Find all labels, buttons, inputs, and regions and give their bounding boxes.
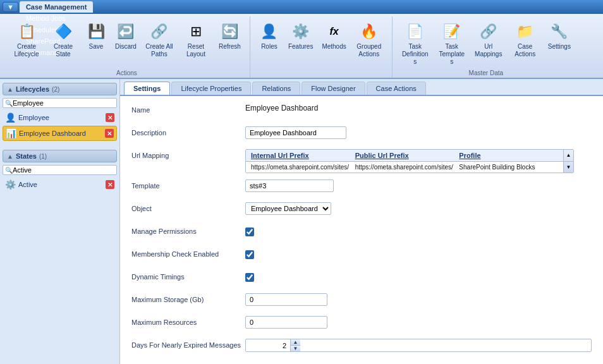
url-mappings-icon: 🔗 xyxy=(478,21,499,42)
task-templates-button[interactable]: 📝 Task Templates xyxy=(434,19,470,68)
roles-label: Roles xyxy=(261,43,277,51)
discard-button[interactable]: ↩️ Discard xyxy=(111,19,140,53)
methods-button[interactable]: fx Methods xyxy=(318,19,350,53)
case-actions-icon: 📁 xyxy=(515,21,535,42)
save-icon: 💾 xyxy=(86,21,106,42)
form-area: Name Employee Dashboard Description Url … xyxy=(120,96,603,364)
ribbon-group-master-data: 📄 Task Definitions 📝 Task Templates 🔗 Ur… xyxy=(393,16,580,78)
reset-layout-button[interactable]: ⊞ Reset Layout xyxy=(178,19,214,61)
case-actions-button[interactable]: 📁 Case Actions xyxy=(508,19,543,61)
create-lifecycle-button[interactable]: 📋 Create Lifecycle xyxy=(9,19,44,61)
refresh-button[interactable]: 🔄 Refresh xyxy=(215,19,245,53)
manage-permissions-row: Manage Permissions xyxy=(131,225,592,241)
lifecycle-item-employee[interactable]: 👤 Employee ✕ xyxy=(3,111,117,124)
url-table-row[interactable]: https://ometa.sharepoint.com/sites/ http… xyxy=(246,162,563,173)
reset-layout-label: Reset Layout xyxy=(182,43,210,58)
days-expired-value: ▲ ▼ xyxy=(245,339,592,352)
task-definitions-button[interactable]: 📄 Task Definitions xyxy=(398,19,433,68)
url-mapping-label: Url Mapping xyxy=(131,149,245,159)
manage-permissions-value xyxy=(245,225,592,238)
grouped-actions-button[interactable]: 🔥 Grouped Actions xyxy=(351,19,387,61)
url-col2-value: https://ometa.sharepoint.com/sites/ xyxy=(353,164,457,171)
active-delete-button[interactable]: ✕ xyxy=(106,180,114,189)
tab-case-actions[interactable]: Case Actions xyxy=(367,82,426,95)
case-actions-label: Case Actions xyxy=(511,43,539,58)
discard-label: Discard xyxy=(115,43,137,51)
tab-bar: Settings Lifecycle Properties Relations … xyxy=(120,79,603,96)
dynamic-timings-value xyxy=(245,270,592,284)
max-resources-value xyxy=(245,316,592,329)
template-row: Template xyxy=(131,179,592,196)
task-templates-icon: 📝 xyxy=(442,21,462,42)
description-value xyxy=(245,126,592,139)
template-value xyxy=(245,179,592,192)
name-row: Name Employee Dashboard xyxy=(131,104,592,120)
employee-delete-button[interactable]: ✕ xyxy=(106,113,114,122)
features-button[interactable]: ⚙️ Features xyxy=(284,19,317,53)
states-section-title: States xyxy=(16,152,37,160)
lifecycles-section-header[interactable]: ▲ Lifecycles (2) xyxy=(3,83,117,95)
state-item-active[interactable]: ⚙️ Active ✕ xyxy=(3,178,117,191)
object-label: Object xyxy=(131,202,245,212)
url-mappings-button[interactable]: 🔗 Url Mappings xyxy=(471,19,506,61)
ribbon-group-actions: 📋 Create Lifecycle 🔷 Create State 💾 Save… xyxy=(4,16,250,78)
tab-lifecycle-properties[interactable]: Lifecycle Properties xyxy=(171,82,251,95)
ribbon-master-buttons: 📄 Task Definitions 📝 Task Templates 🔗 Ur… xyxy=(398,19,575,68)
roles-button[interactable]: 👤 Roles xyxy=(255,19,283,53)
menu-bar: ▼ BAMObjectsProfilesSynchronisationsCase… xyxy=(0,0,603,14)
url-mapping-row: Url Mapping Internal Url Prefix Public U… xyxy=(131,149,592,173)
create-all-paths-button[interactable]: 🔗 Create All Paths xyxy=(142,19,177,61)
days-expired-row: Days For Nearly Expired Messages ▲ ▼ xyxy=(131,339,592,355)
description-row: Description xyxy=(131,126,592,143)
url-scroll-down-button[interactable]: ▼ xyxy=(564,162,573,173)
dynamic-timings-label: Dynamic Timings xyxy=(131,270,245,281)
roles-icon: 👤 xyxy=(259,21,279,42)
membership-check-checkbox[interactable] xyxy=(245,250,254,259)
tab-flow-designer[interactable]: Flow Designer xyxy=(302,82,365,95)
states-filter-wrap: 🔍 xyxy=(3,165,117,175)
save-button[interactable]: 💾 Save xyxy=(82,19,110,53)
create-state-button[interactable]: 🔷 Create State xyxy=(46,19,81,61)
url-col1-value: https://ometa.sharepoint.com/sites/ xyxy=(248,164,353,171)
membership-check-row: Membership Check Enabled xyxy=(131,248,592,264)
states-filter-input[interactable] xyxy=(13,166,114,174)
spinbox-down-button[interactable]: ▼ xyxy=(291,346,300,351)
tab-relations[interactable]: Relations xyxy=(252,82,300,95)
settings-button[interactable]: 🔧 Settings xyxy=(544,19,575,53)
create-lifecycle-icon: 📋 xyxy=(16,21,37,42)
description-input[interactable] xyxy=(245,126,346,139)
template-input[interactable] xyxy=(245,179,334,192)
max-storage-value xyxy=(245,293,592,306)
lifecycle-item-employee-dashboard[interactable]: 📊 Employee Dashboard ✕ xyxy=(3,126,117,141)
lifecycles-filter-wrap: 🔍 xyxy=(3,98,117,108)
tab-settings[interactable]: Settings xyxy=(124,82,170,95)
url-scroll-up-button[interactable]: ▲ xyxy=(564,150,573,162)
save-label: Save xyxy=(89,43,104,51)
name-label: Name xyxy=(131,104,245,114)
employee-dashboard-item-label: Employee Dashboard xyxy=(19,130,102,137)
menu-tab-case_management[interactable]: Case Management xyxy=(20,1,94,13)
reset-layout-icon: ⊞ xyxy=(186,21,206,42)
lifecycles-chevron-icon: ▲ xyxy=(7,86,13,93)
employee-dashboard-delete-button[interactable]: ✕ xyxy=(105,129,114,138)
max-resources-input[interactable] xyxy=(245,316,327,329)
object-select[interactable]: Employee Dashboard xyxy=(245,202,331,215)
lifecycles-filter-input[interactable] xyxy=(13,99,114,107)
max-storage-label: Maximum Storage (Gb) xyxy=(131,293,245,303)
url-col2-header: Public Url Prefix xyxy=(353,152,457,159)
methods-icon: fx xyxy=(324,21,344,42)
actions-group-label: Actions xyxy=(116,70,137,76)
max-resources-label: Maximum Resources xyxy=(131,316,245,326)
max-storage-input[interactable] xyxy=(245,293,327,306)
ribbon-roles-buttons: 👤 Roles ⚙️ Features fx Methods 🔥 Grouped… xyxy=(255,19,387,75)
days-expired-input[interactable] xyxy=(246,339,290,351)
spinbox-up-button[interactable]: ▲ xyxy=(291,339,300,346)
main-layout: ▲ Lifecycles (2) 🔍 👤 Employee ✕ 📊 Employ… xyxy=(0,79,603,364)
manage-permissions-checkbox[interactable] xyxy=(245,228,254,236)
create-state-icon: 🔷 xyxy=(53,21,73,42)
states-section-header[interactable]: ▲ States (1) xyxy=(3,150,117,162)
app-menu-button[interactable]: ▼ xyxy=(3,2,18,12)
description-label: Description xyxy=(131,126,245,136)
dynamic-timings-checkbox[interactable] xyxy=(245,273,254,282)
task-definitions-icon: 📄 xyxy=(405,21,425,42)
